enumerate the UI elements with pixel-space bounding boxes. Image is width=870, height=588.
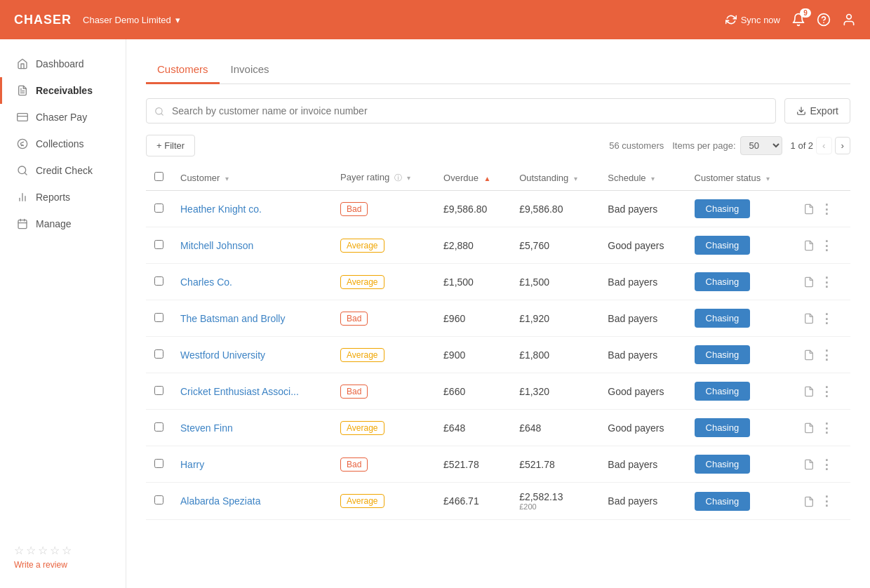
prev-page-button[interactable]: ‹	[816, 137, 831, 154]
filter-label: + Filter	[156, 140, 185, 151]
sidebar-item-credit-check[interactable]: Credit Check	[0, 157, 126, 184]
document-icon-5[interactable]	[803, 385, 815, 398]
actions-cell: ⋮	[795, 337, 850, 373]
chasing-button-0[interactable]: Chasing	[695, 199, 751, 218]
svg-point-7	[18, 139, 27, 148]
chasing-button-1[interactable]: Chasing	[695, 236, 751, 255]
payer-rating-cell: Average	[332, 227, 435, 264]
row-actions-8: ⋮	[803, 493, 842, 509]
row-checkbox-6[interactable]	[154, 422, 163, 432]
items-per-page-select[interactable]: 50 25 100	[740, 136, 782, 155]
payer-rating-cell: Average	[332, 410, 435, 446]
document-icon-7[interactable]	[803, 458, 815, 471]
search-input[interactable]	[146, 98, 776, 123]
pagination-label: 1 of 2	[791, 140, 814, 151]
more-options-icon-2[interactable]: ⋮	[820, 274, 834, 290]
payer-rating-cell: Bad	[332, 191, 435, 227]
schedule-sort-icon[interactable]: ▾	[651, 175, 655, 182]
customer-cell: Cricket Enthusiast Associ...	[172, 373, 332, 410]
more-options-icon-5[interactable]: ⋮	[820, 384, 834, 399]
document-icon-8[interactable]	[803, 495, 815, 507]
write-review-link[interactable]: Write a review	[14, 560, 112, 570]
more-options-icon-6[interactable]: ⋮	[820, 420, 834, 436]
notifications-button[interactable]: 9	[791, 13, 805, 27]
more-options-icon-7[interactable]: ⋮	[820, 457, 834, 472]
document-icon-6[interactable]	[803, 422, 815, 434]
row-checkbox-0[interactable]	[154, 203, 163, 213]
overdue-cell: £466.71	[435, 483, 511, 520]
more-options-icon-0[interactable]: ⋮	[820, 201, 834, 217]
customer-link-6[interactable]: Steven Finn	[180, 422, 233, 434]
sidebar-item-dashboard[interactable]: Dashboard	[0, 51, 126, 77]
company-selector[interactable]: Chaser Demo Limited ▾	[83, 15, 180, 25]
user-button[interactable]	[842, 13, 856, 27]
customer-link-4[interactable]: Westford University	[180, 349, 265, 361]
sidebar-item-manage[interactable]: Manage	[0, 211, 126, 237]
customer-cell: Alabarda Speziata	[172, 483, 332, 520]
chasing-button-7[interactable]: Chasing	[695, 455, 751, 474]
company-name: Chaser Demo Limited	[83, 15, 171, 25]
payer-rating-sort-icon[interactable]: ▾	[407, 174, 410, 182]
tab-customers[interactable]: Customers	[146, 56, 220, 84]
export-label: Export	[810, 105, 838, 116]
chevron-down-icon: ▾	[175, 15, 180, 25]
sidebar-bottom: ☆ ☆ ☆ ☆ ☆ Write a review	[0, 537, 126, 577]
chasing-button-2[interactable]: Chasing	[695, 272, 751, 291]
sidebar-label-reports: Reports	[36, 192, 70, 203]
filter-button[interactable]: + Filter	[146, 135, 195, 156]
schedule-cell: Good payers	[599, 410, 685, 446]
payer-rating-badge-6: Average	[340, 421, 384, 435]
document-icon-1[interactable]	[803, 239, 815, 252]
more-options-icon-8[interactable]: ⋮	[820, 493, 834, 509]
row-checkbox-1[interactable]	[154, 240, 163, 249]
customer-sort-icon[interactable]: ▾	[225, 175, 229, 182]
outstanding-sort-icon[interactable]: ▾	[574, 175, 577, 182]
column-overdue: Overdue ▲	[435, 165, 511, 191]
tab-invoices[interactable]: Invoices	[220, 56, 281, 84]
status-cell: Chasing	[686, 446, 795, 483]
customer-link-3[interactable]: The Batsman and Brolly	[180, 313, 285, 324]
table-row: Harry Bad £521.78 £521.78 Bad payers Cha…	[146, 446, 850, 483]
chasing-button-4[interactable]: Chasing	[695, 345, 751, 364]
customer-link-7[interactable]: Harry	[180, 459, 204, 470]
customer-link-5[interactable]: Cricket Enthusiast Associ...	[180, 386, 299, 397]
row-checkbox-cell	[146, 337, 172, 373]
sidebar-item-receivables[interactable]: Receivables	[0, 77, 126, 104]
help-button[interactable]	[817, 13, 831, 27]
logo: CHASER	[14, 13, 72, 27]
customer-link-2[interactable]: Charles Co.	[180, 276, 232, 288]
chasing-button-8[interactable]: Chasing	[695, 492, 751, 511]
status-sort-icon[interactable]: ▾	[766, 175, 770, 182]
sidebar-item-chaser-pay[interactable]: Chaser Pay	[0, 104, 126, 131]
document-icon-3[interactable]	[803, 312, 815, 325]
customer-link-0[interactable]: Heather Knight co.	[180, 203, 262, 215]
chasing-button-3[interactable]: Chasing	[695, 309, 751, 328]
more-options-icon-3[interactable]: ⋮	[820, 311, 834, 326]
row-checkbox-7[interactable]	[154, 459, 163, 468]
more-options-icon-1[interactable]: ⋮	[820, 238, 834, 253]
customer-cell: Harry	[172, 446, 332, 483]
sidebar-item-collections[interactable]: Collections	[0, 131, 126, 157]
next-page-button[interactable]: ›	[835, 137, 850, 154]
document-icon-4[interactable]	[803, 349, 815, 361]
payer-rating-info-icon[interactable]: ⓘ	[394, 173, 402, 182]
overdue-sort-icon[interactable]: ▲	[484, 175, 491, 182]
overdue-cell: £900	[435, 337, 511, 373]
sidebar-item-reports[interactable]: Reports	[0, 184, 126, 211]
actions-cell: ⋮	[795, 446, 850, 483]
chasing-button-6[interactable]: Chasing	[695, 418, 751, 437]
row-checkbox-3[interactable]	[154, 313, 163, 322]
chasing-button-5[interactable]: Chasing	[695, 382, 751, 401]
row-checkbox-5[interactable]	[154, 386, 163, 395]
document-icon-0[interactable]	[803, 203, 815, 215]
export-button[interactable]: Export	[784, 98, 850, 123]
more-options-icon-4[interactable]: ⋮	[820, 347, 834, 363]
row-checkbox-8[interactable]	[154, 495, 163, 505]
row-checkbox-4[interactable]	[154, 349, 163, 359]
customer-link-1[interactable]: Mitchell Johnson	[180, 240, 253, 251]
customer-link-8[interactable]: Alabarda Speziata	[180, 495, 260, 507]
row-checkbox-2[interactable]	[154, 276, 163, 286]
document-icon-2[interactable]	[803, 276, 815, 288]
sync-button[interactable]: Sync now	[725, 14, 780, 25]
select-all-checkbox[interactable]	[154, 172, 163, 181]
